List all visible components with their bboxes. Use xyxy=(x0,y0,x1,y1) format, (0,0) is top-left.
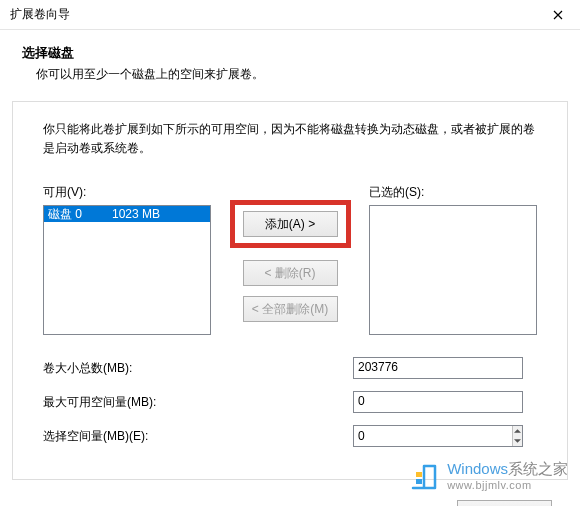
header-subtitle: 你可以用至少一个磁盘上的空间来扩展卷。 xyxy=(22,66,558,83)
select-space-input[interactable] xyxy=(354,426,512,446)
header-title: 选择磁盘 xyxy=(22,44,558,62)
list-item-size: 1023 MB xyxy=(112,206,160,222)
spinner-buttons xyxy=(512,426,522,446)
footer: < 上一步(B) xyxy=(0,480,580,506)
max-space-row: 最大可用空间量(MB): 0 xyxy=(43,391,537,413)
select-space-spinner xyxy=(353,425,523,447)
remove-all-button[interactable]: < 全部删除(M) xyxy=(243,296,338,322)
window-title: 扩展卷向导 xyxy=(0,6,535,23)
selected-label: 已选的(S): xyxy=(369,184,537,201)
available-label: 可用(V): xyxy=(43,184,211,201)
spinner-down-button[interactable] xyxy=(513,436,522,446)
transfer-buttons: 添加(A) > < 删除(R) < 全部删除(M) xyxy=(211,184,369,322)
select-space-row: 选择空间量(MB)(E): xyxy=(43,425,537,447)
list-item[interactable]: 磁盘 0 1023 MB xyxy=(44,206,210,222)
chevron-down-icon xyxy=(514,439,521,443)
max-space-label: 最大可用空间量(MB): xyxy=(43,394,353,411)
max-space-value: 0 xyxy=(353,391,523,413)
available-listbox[interactable]: 磁盘 0 1023 MB xyxy=(43,205,211,335)
list-item-disk: 磁盘 0 xyxy=(44,206,112,222)
titlebar: 扩展卷向导 xyxy=(0,0,580,30)
remove-button[interactable]: < 删除(R) xyxy=(243,260,338,286)
selected-column: 已选的(S): xyxy=(369,184,537,335)
total-size-label: 卷大小总数(MB): xyxy=(43,360,353,377)
selected-listbox[interactable] xyxy=(369,205,537,335)
back-button[interactable]: < 上一步(B) xyxy=(457,500,552,506)
content-panel: 你只能将此卷扩展到如下所示的可用空间，因为不能将磁盘转换为动态磁盘，或者被扩展的… xyxy=(12,101,568,480)
form-section: 卷大小总数(MB): 203776 最大可用空间量(MB): 0 选择空间量(M… xyxy=(43,357,537,447)
close-button[interactable] xyxy=(535,0,580,30)
spinner-up-button[interactable] xyxy=(513,426,522,436)
add-button[interactable]: 添加(A) > xyxy=(243,211,338,237)
select-space-label: 选择空间量(MB)(E): xyxy=(43,428,353,445)
wizard-header: 选择磁盘 你可以用至少一个磁盘上的空间来扩展卷。 xyxy=(0,30,580,101)
total-size-row: 卷大小总数(MB): 203776 xyxy=(43,357,537,379)
description-text: 你只能将此卷扩展到如下所示的可用空间，因为不能将磁盘转换为动态磁盘，或者被扩展的… xyxy=(43,120,537,158)
total-size-value: 203776 xyxy=(353,357,523,379)
disk-lists-row: 可用(V): 磁盘 0 1023 MB 添加(A) > < 删除(R) < 全部… xyxy=(43,184,537,335)
close-icon xyxy=(553,10,563,20)
highlight-box: 添加(A) > xyxy=(230,200,351,248)
chevron-up-icon xyxy=(514,429,521,433)
available-column: 可用(V): 磁盘 0 1023 MB xyxy=(43,184,211,335)
